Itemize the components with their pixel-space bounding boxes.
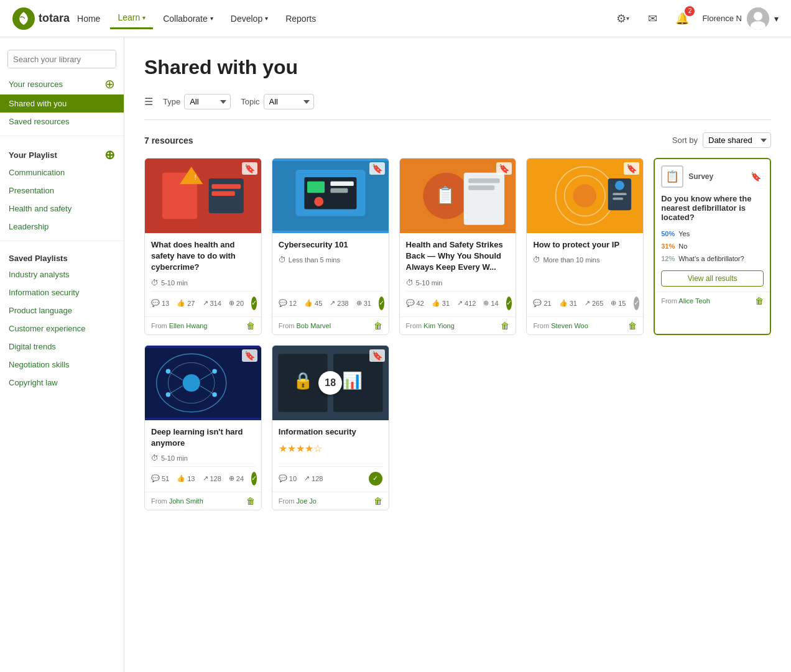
topic-filter-group: Topic All Security Health: [241, 94, 313, 109]
delete-button-survey[interactable]: 🗑: [755, 296, 764, 306]
from-link-7[interactable]: Joe Jo: [297, 497, 317, 505]
sort-select[interactable]: Date shared Title Most popular: [703, 132, 771, 148]
svg-rect-22: [468, 178, 499, 183]
sidebar-playlist-presentation[interactable]: Presentation: [0, 182, 124, 200]
svg-text:🔒: 🔒: [292, 370, 313, 390]
add-action-1[interactable]: ⊕ 20: [229, 299, 244, 307]
likes-action-3[interactable]: 👍 31: [432, 299, 450, 307]
sidebar-saved-negotiation[interactable]: Negotiation skills: [0, 356, 124, 374]
comments-action-3[interactable]: 💬 42: [406, 299, 424, 307]
add-action-4[interactable]: ⊕ 15: [611, 299, 626, 307]
settings-button[interactable]: ⚙ ▾: [613, 9, 632, 29]
likes-action-1[interactable]: 👍 27: [177, 299, 195, 307]
card-actions-7: 💬 10 ↗ 128 ✓: [279, 466, 382, 486]
nav-reports[interactable]: Reports: [278, 9, 323, 29]
sidebar-item-your-resources[interactable]: Your resources ⊕: [0, 73, 124, 94]
nav-develop[interactable]: Develop ▾: [223, 9, 275, 29]
survey-option-3: 12% What's a defibrillator?: [655, 253, 770, 265]
from-link-6[interactable]: John Smith: [169, 497, 203, 505]
sidebar-playlist-health-safety[interactable]: Health and safety: [0, 200, 124, 218]
bookmark-survey[interactable]: 🔖: [748, 170, 764, 183]
bookmark-button-3[interactable]: 🔖: [496, 162, 512, 175]
share-action-6[interactable]: ↗ 128: [203, 474, 221, 482]
filter-bar: ☰ Type All Article Video Survey Topic Al…: [144, 94, 771, 120]
type-filter-select[interactable]: All Article Video Survey: [184, 94, 231, 109]
card-body-4: How to protect your IP ⏱ More than 10 mi…: [527, 233, 643, 316]
sidebar-playlist-communication[interactable]: Communication: [0, 163, 124, 182]
likes-action-2[interactable]: 👍 45: [304, 299, 322, 307]
card-body-1: What does health and safety have to do w…: [145, 233, 261, 316]
nav-home[interactable]: Home: [70, 9, 108, 29]
likes-action-4[interactable]: 👍 31: [559, 299, 577, 307]
bookmark-button-6[interactable]: 🔖: [242, 349, 257, 362]
share-action-3[interactable]: ↗ 412: [457, 299, 476, 307]
share-action-7[interactable]: ↗ 128: [304, 474, 323, 482]
delete-button-1[interactable]: 🗑: [246, 321, 255, 331]
logo[interactable]: totara: [12, 7, 70, 30]
svg-point-28: [573, 184, 596, 207]
share-icon-2: ↗: [330, 299, 335, 307]
search-area: 🔍: [0, 45, 124, 73]
bookmark-button-1[interactable]: 🔖: [242, 162, 257, 175]
survey-pct-2: 31%: [661, 242, 675, 250]
share-action-4[interactable]: ↗ 265: [585, 299, 603, 307]
sidebar-saved-customer[interactable]: Customer experience: [0, 320, 124, 338]
share-action-1[interactable]: ↗ 314: [203, 299, 221, 307]
share-action-2[interactable]: ↗ 238: [330, 299, 348, 307]
card-title-7: Information security: [279, 426, 382, 438]
sidebar-item-saved-resources[interactable]: Saved resources: [0, 113, 124, 131]
search-input[interactable]: [8, 51, 116, 68]
card-meta-4: ⏱ More than 10 mins: [533, 255, 637, 264]
comments-action-4[interactable]: 💬 21: [533, 299, 551, 307]
from-link-4[interactable]: Steven Woo: [551, 322, 588, 329]
card-body-6: Deep learning isn't hard anymore ⏱ 5-10 …: [145, 420, 261, 492]
add-your-resources-icon[interactable]: ⊕: [104, 78, 115, 90]
delete-button-3[interactable]: 🗑: [501, 321, 509, 331]
delete-button-4[interactable]: 🗑: [628, 321, 637, 331]
add-action-2[interactable]: ⊕ 31: [356, 299, 371, 307]
bookmark-button-4[interactable]: 🔖: [624, 162, 639, 175]
bookmark-button-7[interactable]: 🔖: [369, 349, 385, 362]
notifications-button[interactable]: 🔔 2: [672, 9, 692, 29]
card-thumb-7: 🔒 📊 18 🔖: [272, 346, 389, 420]
from-link-3[interactable]: Kim Yiong: [423, 322, 455, 329]
sidebar-saved-copyright[interactable]: Copyright law: [0, 374, 124, 392]
messages-button[interactable]: ✉: [642, 9, 662, 29]
comments-action-6[interactable]: 💬 51: [151, 474, 169, 482]
card-cybersecurity: 🔖 Cybersecurity 101 ⏱ Less than 5 mins 💬…: [272, 158, 389, 335]
delete-button-7[interactable]: 🗑: [374, 496, 382, 506]
from-link-2[interactable]: Bob Marvel: [297, 322, 331, 329]
from-link-survey[interactable]: Alice Teoh: [678, 297, 710, 305]
nav-right-area: ⚙ ▾ ✉ 🔔 2 Florence N ▾: [613, 7, 779, 30]
view-results-button[interactable]: View all results: [661, 270, 764, 287]
add-action-3[interactable]: ⊕ 14: [483, 299, 498, 307]
sidebar-saved-product[interactable]: Product language: [0, 301, 124, 320]
svg-rect-31: [613, 193, 627, 195]
delete-button-2[interactable]: 🗑: [374, 321, 382, 331]
comments-action-1[interactable]: 💬 13: [151, 299, 169, 307]
delete-button-6[interactable]: 🗑: [246, 496, 255, 506]
bookmark-button-2[interactable]: 🔖: [369, 162, 385, 175]
comments-action-2[interactable]: 💬 12: [279, 299, 297, 307]
comments-action-7[interactable]: 💬 10: [279, 474, 297, 482]
svg-text:📊: 📊: [342, 370, 363, 390]
topic-filter-select[interactable]: All Security Health: [264, 94, 314, 109]
nav-learn[interactable]: Learn ▾: [110, 7, 153, 29]
comment-icon-3: 💬: [406, 299, 415, 307]
from-link-1[interactable]: Ellen Hwang: [169, 322, 208, 329]
nav-collaborate[interactable]: Collaborate ▾: [155, 9, 221, 29]
add-playlist-icon[interactable]: ⊕: [104, 149, 115, 161]
card-info-security: 🔒 📊 18 🔖 Information security ★★★★☆ 💬 10: [272, 345, 389, 510]
sidebar-saved-industry[interactable]: Industry analysts: [0, 265, 124, 283]
card-from-7: From Joe Jo 🗑: [272, 492, 389, 510]
user-menu[interactable]: Florence N ▾: [702, 7, 779, 30]
svg-rect-32: [613, 198, 624, 200]
sidebar-saved-infosec[interactable]: Information security: [0, 283, 124, 301]
add-action-6[interactable]: ⊕ 24: [229, 474, 244, 482]
sidebar-saved-digital[interactable]: Digital trends: [0, 338, 124, 356]
avatar-image: [747, 7, 769, 30]
sidebar-playlist-leadership[interactable]: Leadership: [0, 218, 124, 236]
svg-point-2: [754, 12, 762, 21]
likes-action-6[interactable]: 👍 13: [177, 474, 195, 482]
sidebar-item-shared-with-you[interactable]: Shared with you: [0, 94, 124, 113]
